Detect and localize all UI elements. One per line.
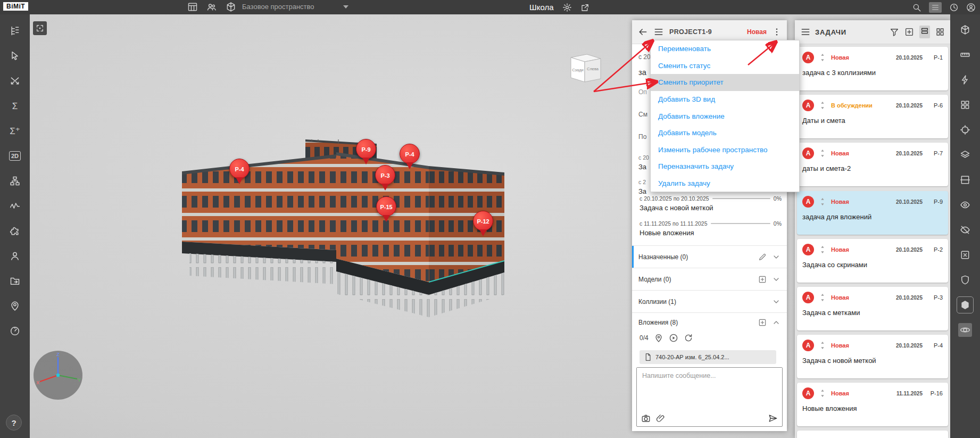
task-card[interactable]: A Новая 20.10.2025 P-2 Задача со скринам… bbox=[797, 239, 948, 283]
attach-icon[interactable] bbox=[656, 414, 666, 423]
menu-item-add-attachment[interactable]: Добавить вложение bbox=[651, 108, 799, 125]
model-tree-icon[interactable] bbox=[8, 24, 22, 38]
camera-icon[interactable] bbox=[641, 414, 651, 423]
task-card[interactable]: A Новая 20.10.2025 P-4 Задача с новой ме… bbox=[797, 335, 948, 378]
layers-icon[interactable] bbox=[958, 148, 972, 162]
select-icon[interactable] bbox=[8, 49, 22, 63]
task-status-badge[interactable]: Новая bbox=[747, 28, 767, 36]
marker-pin[interactable]: P-9 bbox=[354, 139, 378, 164]
marker-pin[interactable]: P-4 bbox=[398, 144, 421, 169]
sum-add-icon[interactable]: Σ⁺ bbox=[8, 124, 22, 138]
axis-gizmo[interactable]: Z X Y bbox=[34, 351, 82, 400]
menu-item-change-workspace[interactable]: Изменить рабочее пространство bbox=[651, 141, 799, 158]
marker-pin[interactable]: P-4 bbox=[228, 159, 251, 184]
dashboard-icon[interactable] bbox=[8, 324, 22, 338]
view-cube[interactable]: Сзади Слева bbox=[566, 53, 604, 84]
scheme-icon[interactable] bbox=[8, 174, 22, 188]
menu-item-add-model[interactable]: Добавить модель bbox=[651, 125, 799, 142]
boards-icon[interactable] bbox=[187, 2, 198, 12]
sum-icon[interactable]: Σ bbox=[8, 99, 22, 113]
cube-icon[interactable] bbox=[958, 23, 972, 37]
collision-icon[interactable] bbox=[8, 74, 22, 88]
hide-icon[interactable] bbox=[958, 223, 972, 237]
edit-icon[interactable] bbox=[758, 253, 767, 261]
user-icon[interactable] bbox=[8, 249, 22, 263]
clipped-text: с 20 bbox=[638, 53, 651, 61]
chevron-down-icon[interactable] bbox=[772, 297, 780, 306]
filter-icon[interactable] bbox=[890, 27, 899, 37]
shared-folder-icon[interactable] bbox=[8, 274, 22, 288]
add-task-icon[interactable] bbox=[904, 27, 914, 37]
plugins-icon[interactable] bbox=[8, 224, 22, 238]
app-logo[interactable]: BiMiT bbox=[3, 2, 28, 11]
locate-icon[interactable] bbox=[958, 123, 972, 137]
subtask-title[interactable]: Задача с новой меткой bbox=[640, 204, 713, 212]
refresh-icon[interactable] bbox=[684, 333, 693, 343]
orbit-icon[interactable] bbox=[958, 323, 972, 337]
section-collisions[interactable]: Коллизии (1) bbox=[632, 290, 787, 312]
tasks-header: ЗАДАЧИ bbox=[795, 20, 950, 44]
send-icon[interactable] bbox=[768, 414, 778, 423]
marker-pin[interactable]: P-3 bbox=[373, 165, 397, 191]
menu-item-change-priority[interactable]: Сменить приоритет bbox=[651, 74, 799, 91]
task-card[interactable]: A Новая 20.10.2025 P-7 даты и смета-2 bbox=[797, 143, 948, 186]
task-menu-icon[interactable] bbox=[653, 27, 664, 37]
graph-icon[interactable] bbox=[8, 199, 22, 213]
section-attachments[interactable]: Вложения (8) bbox=[632, 312, 787, 332]
lightning-icon[interactable] bbox=[958, 73, 972, 87]
grid-icon[interactable] bbox=[958, 98, 972, 112]
team-icon[interactable] bbox=[206, 2, 217, 12]
tasks-menu-icon[interactable] bbox=[800, 27, 811, 37]
list-view-toggle[interactable] bbox=[919, 26, 930, 38]
task-card[interactable]: A В обсуждении 20.10.2025 P-6 Даты и сме… bbox=[797, 95, 948, 138]
settings-icon[interactable] bbox=[562, 3, 572, 12]
add-icon[interactable] bbox=[758, 318, 767, 327]
section-assigned[interactable]: Назначенные (0) bbox=[632, 245, 787, 268]
viewcube-face-left[interactable]: Сзади bbox=[572, 68, 584, 72]
kebab-menu-icon[interactable] bbox=[772, 27, 782, 37]
menu-item-delete-task[interactable]: Удалить задачу bbox=[651, 175, 799, 192]
solid-model-icon[interactable] bbox=[958, 298, 972, 312]
task-card[interactable]: A Новая 20.10.2025 P-1 задача с 3 коллиз… bbox=[797, 47, 948, 90]
main-menu-button[interactable] bbox=[929, 2, 942, 13]
model-icon[interactable] bbox=[226, 2, 236, 12]
shield-icon[interactable] bbox=[958, 273, 972, 287]
marker-pin[interactable]: P-12 bbox=[471, 211, 495, 236]
measure-icon[interactable] bbox=[958, 48, 972, 62]
add-icon[interactable] bbox=[758, 275, 767, 284]
view-2d-icon[interactable]: 2D bbox=[8, 149, 22, 163]
show-icon[interactable] bbox=[958, 198, 972, 212]
search-icon[interactable] bbox=[912, 3, 921, 12]
user-avatar[interactable] bbox=[966, 3, 976, 12]
task-card[interactable]: A Новая 20.10.2025 P-3 Задача с метками bbox=[797, 287, 948, 330]
menu-item-rename[interactable]: Переименовать bbox=[651, 40, 799, 57]
task-card[interactable]: A Новая 11.11.2025 P-16 Новые вложения bbox=[797, 383, 948, 426]
back-icon[interactable] bbox=[637, 27, 648, 37]
viewcube-face-right[interactable]: Слева bbox=[587, 67, 599, 71]
attachment-item[interactable]: 740-20-АР изм. 6_25.04.2... bbox=[640, 350, 776, 364]
section-models[interactable]: Модели (0) bbox=[632, 268, 787, 290]
focus-model-button[interactable] bbox=[33, 21, 47, 35]
deselect-icon[interactable] bbox=[958, 248, 972, 262]
menu-item-reassign-task[interactable]: Переназначить задачу bbox=[651, 158, 799, 175]
chevron-up-icon[interactable] bbox=[772, 318, 780, 327]
marker-pin[interactable]: P-15 bbox=[375, 196, 398, 222]
marker-filter-icon[interactable] bbox=[654, 333, 663, 343]
section-plane-icon[interactable] bbox=[958, 173, 972, 187]
history-icon[interactable] bbox=[949, 3, 959, 12]
video-filter-icon[interactable] bbox=[669, 333, 678, 343]
task-card-selected[interactable]: A Новая 20.10.2025 P-9 задача для вложен… bbox=[797, 191, 948, 235]
clipped-text: с 20 bbox=[638, 154, 649, 161]
share-icon[interactable] bbox=[580, 3, 590, 12]
task-card-partial[interactable] bbox=[797, 431, 948, 438]
message-input[interactable] bbox=[637, 368, 782, 406]
table-view-icon[interactable] bbox=[935, 27, 945, 37]
user-location-icon[interactable] bbox=[8, 299, 22, 313]
subtask-title[interactable]: Новые вложения bbox=[640, 229, 694, 237]
chevron-down-icon[interactable] bbox=[772, 253, 780, 261]
menu-item-add-3d-view[interactable]: Добавить 3D вид bbox=[651, 91, 799, 108]
help-button[interactable]: ? bbox=[6, 415, 22, 431]
chevron-down-icon[interactable] bbox=[772, 275, 780, 284]
workspace-selector[interactable]: Базовое пространство bbox=[242, 3, 348, 11]
menu-item-change-status[interactable]: Сменить статус bbox=[651, 57, 799, 75]
